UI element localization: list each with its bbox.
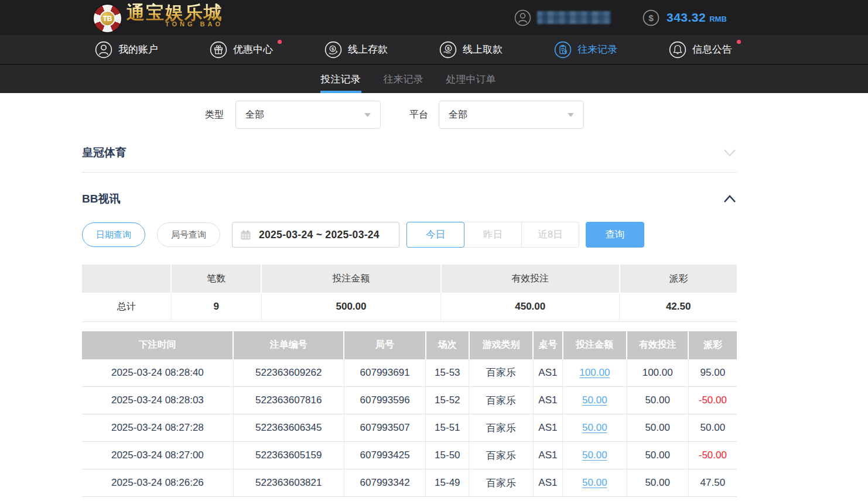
notification-dot [278,40,282,44]
nav-label: 线上存款 [348,43,388,56]
round-query-button[interactable]: 局号查询 [157,222,220,247]
table-id: AS1 [533,359,562,387]
table-row: 2025-03-24 08:27:28 522363606345 6079935… [82,414,737,442]
nav-item-transaction-records[interactable]: 往来记录 [554,41,617,59]
bet-id: 522363609262 [233,359,344,387]
bet-amount-cell: 50.00 [563,442,627,469]
chevron-up-icon[interactable] [723,194,737,204]
main-nav: 我的账户 优惠中心 $ 线上存款 $ 线上取款 [0,35,868,65]
section-title: 皇冠体育 [82,145,127,160]
chip-label: TB [100,11,115,26]
type-select[interactable]: 全部 [235,101,381,129]
crown-sports-header[interactable]: 皇冠体育 [82,145,737,173]
bet-time: 2025-03-24 08:28:40 [82,359,233,387]
calendar-icon [240,229,251,241]
round-id: 607993425 [344,442,426,469]
nav-label: 往来记录 [577,43,617,56]
type-filter-label: 类型 [205,109,224,121]
bb-live-section: BB视讯 日期查询 局号查询 2025-03-24 ~ 2025-0 [82,191,737,497]
date-query-button[interactable]: 日期查询 [82,222,145,247]
col-session: 场次 [426,331,469,359]
bet-id: 522363605159 [233,442,344,469]
col-bet-time: 下注时间 [82,331,233,359]
bell-icon [669,41,686,59]
records-icon [554,41,572,59]
tab-bet-records[interactable]: 投注记录 [320,65,361,93]
date-query-label: 日期查询 [96,229,131,241]
bet-id: 522363603821 [233,469,344,497]
tab-transaction-records[interactable]: 往来记录 [383,65,424,93]
user-area: $ 343.32 RMB [514,0,727,35]
platform-select-value: 全部 [449,109,467,121]
last-8-days-button[interactable]: 近8日 [521,222,579,248]
sub-nav: 投注记录 往来记录 处理中订单 [0,65,868,93]
platform-select[interactable]: 全部 [439,101,584,129]
deposit-icon: $ [324,41,342,59]
summary-valid-bet: 450.00 [441,293,620,321]
game-type: 百家乐 [469,414,534,442]
brand-logo[interactable]: TB 通宝娱乐城 TONG BAO [94,3,223,32]
summary-total-row: 总计 9 500.00 450.00 42.50 [82,293,737,321]
game-type: 百家乐 [469,469,534,497]
round-id: 607993596 [344,387,426,414]
nav-item-withdraw[interactable]: $ 线上取款 [439,41,503,59]
search-button-label: 查询 [606,228,625,241]
user-avatar-icon [514,9,531,26]
poker-chip-icon: TB [94,5,121,32]
bet-time: 2025-03-24 08:28:03 [82,387,233,414]
today-button[interactable]: 今日 [406,222,464,248]
summary-total-label: 总计 [82,293,171,321]
game-type: 百家乐 [469,442,534,469]
summary-header-count: 笔数 [171,265,261,293]
session: 15-51 [426,414,469,442]
summary-bet-amount: 500.00 [261,293,440,321]
yesterday-label: 昨日 [483,228,503,241]
payout: 47.50 [688,469,737,497]
valid-bet: 50.00 [627,442,688,469]
section-title: BB视讯 [82,191,120,207]
tab-label: 往来记录 [384,73,423,86]
bb-live-header[interactable]: BB视讯 [82,191,737,207]
bet-amount-link[interactable]: 50.00 [582,449,607,461]
chevron-down-icon[interactable] [723,148,737,157]
session: 15-49 [426,469,469,497]
table-row: 2025-03-24 08:26:26 522363603821 6079933… [82,469,737,497]
username-redacted[interactable] [537,11,611,24]
tab-label: 投注记录 [321,73,361,86]
session: 15-52 [426,387,469,414]
payout: -50.00 [688,442,737,469]
svg-text:$: $ [447,46,450,51]
table-row: 2025-03-24 08:27:00 522363605159 6079934… [82,442,737,469]
bet-amount-cell: 50.00 [563,387,627,414]
table-row: 2025-03-24 08:28:03 522363607816 6079935… [82,387,737,414]
bet-id: 522363606345 [233,414,344,442]
bet-amount-link[interactable]: 50.00 [582,477,607,488]
summary-header-row: 笔数 投注金额 有效投注 派彩 [82,265,737,293]
table-id: AS1 [533,442,562,469]
bet-amount-cell: 50.00 [563,469,627,497]
bet-time: 2025-03-24 08:27:28 [82,414,233,442]
tab-pending-orders[interactable]: 处理中订单 [446,65,497,93]
nav-item-my-account[interactable]: 我的账户 [95,41,158,59]
table-id: AS1 [533,387,562,414]
nav-item-promotions[interactable]: 优惠中心 [210,41,273,59]
search-button[interactable]: 查询 [586,222,644,248]
nav-item-announcements[interactable]: 信息公告 [669,41,732,59]
bet-amount-link[interactable]: 50.00 [582,422,607,433]
nav-item-deposit[interactable]: $ 线上存款 [324,41,388,59]
svg-text:$: $ [648,13,654,23]
bet-table-header-row: 下注时间 注单编号 局号 场次 游戏类别 桌号 投注金额 有效投注 派彩 [82,331,737,359]
date-range-input[interactable]: 2025-03-24 ~ 2025-03-24 [232,222,399,248]
bet-amount-cell: 100.00 [563,359,627,387]
game-type: 百家乐 [469,387,534,414]
tab-label: 处理中订单 [446,73,496,86]
bet-amount-link[interactable]: 100.00 [579,367,610,378]
gift-icon [210,41,227,59]
payout: 95.00 [688,359,737,387]
round-query-label: 局号查询 [171,229,206,241]
col-payout: 派彩 [688,331,737,359]
bet-amount-link[interactable]: 50.00 [582,394,607,406]
col-valid-bet: 有效投注 [627,331,688,359]
yesterday-button[interactable]: 昨日 [464,222,522,248]
summary-header-payout: 派彩 [620,265,737,293]
